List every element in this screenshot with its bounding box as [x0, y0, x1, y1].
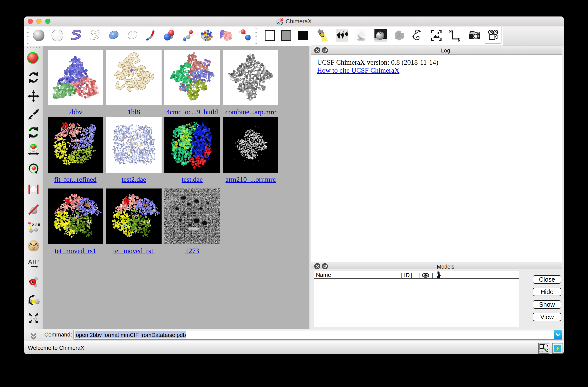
svg-text:8: 8 [32, 246, 35, 251]
svg-text:2.3Å: 2.3Å [32, 223, 40, 227]
svg-text:ATP: ATP [28, 258, 39, 265]
